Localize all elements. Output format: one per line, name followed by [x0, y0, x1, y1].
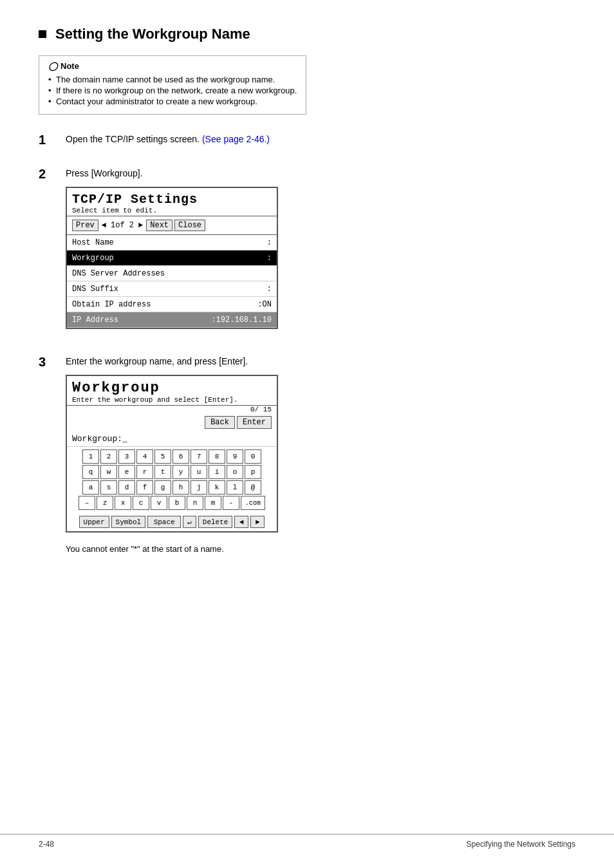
tcp-screen-subtitle: Select item to edit. [72, 207, 272, 214]
nav-arrow-left: ◄ [102, 221, 106, 230]
key-j[interactable]: j [191, 480, 207, 495]
key-e[interactable]: e [118, 465, 135, 479]
key-delete[interactable]: Delete [198, 516, 233, 528]
tcp-ip-screen: TCP/IP Settings Select item to edit. Pre… [66, 187, 278, 329]
row-workgroup[interactable]: Workgroup : [67, 250, 277, 266]
key-hyphen[interactable]: - [223, 496, 239, 510]
keyboard-bottom: Upper Symbol Space ↵ Delete ◄ ► [67, 514, 277, 531]
note-label: ◯ Note [48, 61, 297, 71]
key-left-arrow[interactable]: ◄ [234, 516, 248, 528]
row-dns-server[interactable]: DNS Server Addresses [67, 266, 277, 281]
bullet-icon [39, 30, 46, 38]
step-3-text: Enter the workgroup name, and press [Ent… [66, 355, 575, 368]
key-row-1: 1 2 3 4 5 6 7 8 9 0 [71, 449, 273, 464]
key-8[interactable]: 8 [209, 449, 225, 464]
workgroup-screen: Workgroup Enter the workgroup and select… [66, 375, 278, 533]
note-below-text: You cannot enter "*" at the start of a n… [66, 544, 575, 554]
key-u[interactable]: u [191, 465, 207, 479]
wg-counter: 0/ 15 [67, 406, 277, 413]
key-dash[interactable]: – [79, 496, 95, 510]
wg-cursor: _ [122, 434, 127, 444]
key-r[interactable]: r [136, 465, 153, 479]
key-enter-arrow[interactable]: ↵ [183, 516, 196, 528]
wg-back-button[interactable]: Back [205, 416, 235, 429]
keyboard-grid: 1 2 3 4 5 6 7 8 9 0 q w e r t [67, 447, 277, 514]
step-2-content: Press [Workgroup]. TCP/IP Settings Selec… [66, 167, 575, 341]
key-y[interactable]: y [172, 465, 189, 479]
key-t[interactable]: t [154, 465, 171, 479]
step-2: 2 Press [Workgroup]. TCP/IP Settings Sel… [39, 167, 575, 341]
key-0[interactable]: 0 [245, 449, 261, 464]
key-6[interactable]: 6 [172, 449, 189, 464]
key-7[interactable]: 7 [191, 449, 207, 464]
note-item-3: Contact your administrator to create a n… [48, 97, 297, 106]
row-host-name[interactable]: Host Name : [67, 235, 277, 250]
key-g[interactable]: g [154, 480, 171, 495]
wg-input-label: Workgroup: [72, 434, 122, 444]
tcp-screen-title: TCP/IP Settings [72, 192, 272, 207]
key-b[interactable]: b [169, 496, 185, 510]
key-v[interactable]: v [151, 496, 167, 510]
key-symbol[interactable]: Symbol [111, 516, 146, 528]
key-x[interactable]: x [115, 496, 131, 510]
key-at[interactable]: @ [245, 480, 261, 495]
key-q[interactable]: q [82, 465, 99, 479]
key-l[interactable]: l [227, 480, 243, 495]
step-1: 1 Open the TCP/IP settings screen. (See … [39, 133, 575, 153]
key-dotcom[interactable]: .com [241, 496, 265, 510]
wg-screen-subtitle: Enter the workgroup and select [Enter]. [72, 396, 272, 404]
key-m[interactable]: m [205, 496, 221, 510]
row-obtain-ip[interactable]: Obtain IP address :ON [67, 297, 277, 312]
nav-arrow-right: ► [138, 221, 143, 230]
step-2-number: 2 [39, 167, 57, 182]
key-i[interactable]: i [209, 465, 225, 479]
key-o[interactable]: o [227, 465, 243, 479]
key-upper[interactable]: Upper [79, 516, 109, 528]
key-row-3: a s d f g h j k l @ [71, 480, 273, 495]
note-box: ◯ Note The domain name cannot be used as… [39, 55, 306, 115]
wg-enter-button[interactable]: Enter [237, 416, 272, 429]
key-a[interactable]: a [82, 480, 99, 495]
row-ip-address[interactable]: IP Address :192.168.1.10 [67, 312, 277, 328]
key-5[interactable]: 5 [154, 449, 171, 464]
step-3-content: Enter the workgroup name, and press [Ent… [66, 355, 575, 554]
step-3-number: 3 [39, 355, 57, 370]
key-row-2: q w e r t y u i o p [71, 465, 273, 479]
wg-screen-header: Workgroup Enter the workgroup and select… [67, 376, 277, 406]
wg-actions: Back Enter [67, 413, 277, 431]
key-d[interactable]: d [118, 480, 135, 495]
note-item-2: If there is no workgroup on the network,… [48, 86, 297, 95]
step-1-number: 1 [39, 133, 57, 147]
step-1-content: Open the TCP/IP settings screen. (See pa… [66, 133, 575, 153]
key-k[interactable]: k [209, 480, 225, 495]
wg-screen-title: Workgroup [72, 380, 272, 396]
key-space[interactable]: Space [147, 516, 181, 528]
row-dns-suffix[interactable]: DNS Suffix : [67, 281, 277, 297]
note-list: The domain name cannot be used as the wo… [48, 75, 297, 106]
key-4[interactable]: 4 [136, 449, 153, 464]
key-2[interactable]: 2 [100, 449, 117, 464]
footer-page-number: 2-48 [39, 840, 54, 849]
key-f[interactable]: f [136, 480, 153, 495]
key-c[interactable]: c [133, 496, 149, 510]
step-1-link[interactable]: (See page 2-46.) [202, 134, 270, 144]
key-3[interactable]: 3 [118, 449, 135, 464]
key-h[interactable]: h [172, 480, 189, 495]
key-p[interactable]: p [245, 465, 261, 479]
key-right-arrow[interactable]: ► [250, 516, 265, 528]
close-button[interactable]: Close [174, 220, 205, 231]
key-w[interactable]: w [100, 465, 117, 479]
prev-button[interactable]: Prev [72, 220, 98, 231]
key-z[interactable]: z [97, 496, 113, 510]
tcp-screen-header: TCP/IP Settings Select item to edit. [67, 188, 277, 216]
key-n[interactable]: n [187, 496, 203, 510]
tcp-screen-nav: Prev ◄ 1of 2 ► Next Close [67, 216, 277, 235]
page-title: Setting the Workgroup Name [39, 26, 575, 42]
note-item-1: The domain name cannot be used as the wo… [48, 75, 297, 84]
step-3: 3 Enter the workgroup name, and press [E… [39, 355, 575, 554]
key-9[interactable]: 9 [227, 449, 243, 464]
key-1[interactable]: 1 [82, 449, 99, 464]
key-s[interactable]: s [100, 480, 117, 495]
next-button[interactable]: Next [146, 220, 172, 231]
wg-input-row: Workgroup:_ [67, 431, 277, 447]
